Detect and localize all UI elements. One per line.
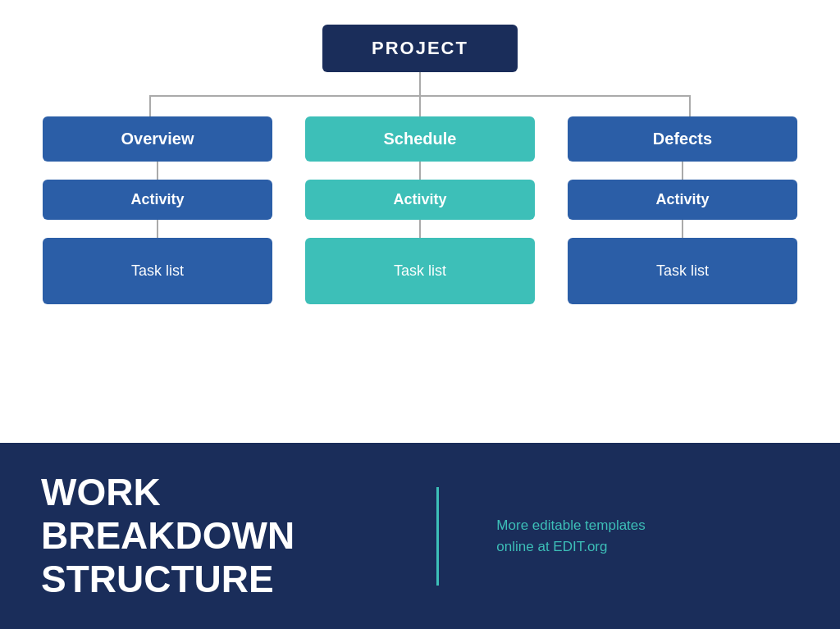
overview-task: Task list xyxy=(43,238,272,304)
branch-lines xyxy=(149,97,691,116)
vert-defects-1 xyxy=(682,162,683,180)
defects-task: Task list xyxy=(568,238,797,304)
defects-header: Defects xyxy=(568,116,797,162)
branch-line-center xyxy=(419,97,421,116)
footer-divider xyxy=(436,487,439,586)
main-area: PROJECT Overview Activity Task list Sche… xyxy=(0,0,840,443)
project-root-node: PROJECT xyxy=(322,25,518,72)
schedule-activity: Activity xyxy=(305,180,535,220)
vert-overview-2 xyxy=(157,220,158,238)
branch-line-left xyxy=(149,97,151,116)
defects-activity: Activity xyxy=(568,180,797,220)
branch-line-right xyxy=(689,97,691,116)
columns-row: Overview Activity Task list Schedule Act… xyxy=(33,116,807,304)
footer: WORK BREAKDOWN STRUCTURE More editable t… xyxy=(0,443,840,629)
footer-title-line1: WORK BREAKDOWN xyxy=(41,471,294,557)
footer-title-line2: STRUCTURE xyxy=(41,558,274,600)
col-overview: Overview Activity Task list xyxy=(39,116,276,304)
overview-activity: Activity xyxy=(43,180,272,220)
top-connector xyxy=(33,72,807,116)
schedule-task: Task list xyxy=(305,238,535,304)
vert-schedule-1 xyxy=(419,162,421,180)
schedule-header: Schedule xyxy=(305,116,535,162)
vertical-line-top xyxy=(419,72,421,95)
vert-schedule-2 xyxy=(419,220,421,238)
vert-defects-2 xyxy=(682,220,683,238)
col-schedule: Schedule Activity Task list xyxy=(301,116,539,304)
footer-title: WORK BREAKDOWN STRUCTURE xyxy=(41,471,404,601)
vert-overview-1 xyxy=(157,162,158,180)
overview-header: Overview xyxy=(43,116,272,162)
col-defects: Defects Activity Task list xyxy=(564,116,801,304)
footer-subtitle: More editable templatesonline at EDIT.or… xyxy=(472,515,799,557)
